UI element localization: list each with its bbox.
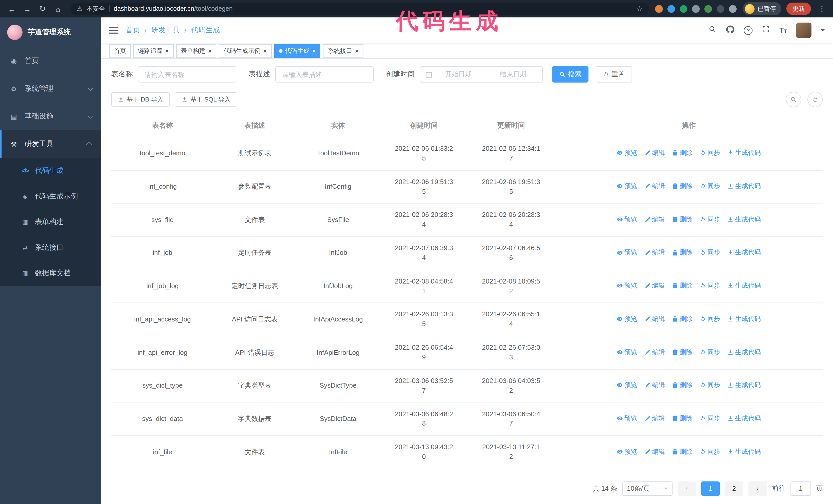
row-action-edit[interactable]: 编辑 xyxy=(644,248,665,257)
row-action-preview[interactable]: 预览 xyxy=(617,447,637,456)
row-action-delete[interactable]: 删除 xyxy=(672,215,693,224)
row-action-delete[interactable]: 删除 xyxy=(672,148,693,158)
row-action-delete[interactable]: 删除 xyxy=(672,182,693,191)
breadcrumb-item-home[interactable]: 首页 xyxy=(125,26,140,35)
extension-dark-icon[interactable] xyxy=(717,5,724,13)
row-action-edit[interactable]: 编辑 xyxy=(644,182,665,191)
row-action-generate-code[interactable]: 生成代码 xyxy=(728,414,761,423)
home-button[interactable]: ⌂ xyxy=(51,2,65,16)
row-action-edit[interactable]: 编辑 xyxy=(644,447,665,456)
back-button[interactable]: ← xyxy=(5,2,19,16)
header-search-button[interactable] xyxy=(709,25,717,35)
search-button[interactable]: 搜索 xyxy=(552,66,589,82)
sidebar-item-dev-tools[interactable]: ⚒研发工具 xyxy=(0,130,101,158)
chevron-down-icon[interactable] xyxy=(821,29,825,33)
breadcrumb-item-devtools[interactable]: 研发工具 xyxy=(151,26,180,35)
row-action-sync[interactable]: 同步 xyxy=(700,215,720,224)
row-action-sync[interactable]: 同步 xyxy=(700,447,720,456)
row-action-delete[interactable]: 删除 xyxy=(672,248,693,257)
row-action-generate-code[interactable]: 生成代码 xyxy=(728,447,761,456)
row-action-preview[interactable]: 预览 xyxy=(617,148,637,158)
row-action-sync[interactable]: 同步 xyxy=(700,281,720,290)
extension-blue-drop-icon[interactable] xyxy=(667,5,675,13)
sidebar-item-database-doc[interactable]: ▥数据库文档 xyxy=(0,261,101,286)
extension-green-box-icon[interactable] xyxy=(704,5,712,13)
tab-trace[interactable]: 链路追踪× xyxy=(133,44,173,58)
extension-green-check-icon[interactable] xyxy=(680,5,687,13)
row-action-delete[interactable]: 删除 xyxy=(672,314,693,323)
row-action-preview[interactable]: 预览 xyxy=(617,248,637,257)
row-action-generate-code[interactable]: 生成代码 xyxy=(728,148,761,158)
row-action-delete[interactable]: 删除 xyxy=(672,281,693,290)
sidebar-item-home[interactable]: ◉首页 xyxy=(0,47,101,75)
next-page-button[interactable]: › xyxy=(748,481,767,496)
row-action-edit[interactable]: 编辑 xyxy=(644,347,665,357)
row-action-sync[interactable]: 同步 xyxy=(700,380,720,390)
row-action-generate-code[interactable]: 生成代码 xyxy=(728,215,761,224)
help-button[interactable]: ? xyxy=(744,26,753,34)
update-button[interactable]: 更新 xyxy=(786,3,811,15)
page-button-1[interactable]: 1 xyxy=(701,481,720,496)
row-action-preview[interactable]: 预览 xyxy=(617,380,637,390)
row-action-preview[interactable]: 预览 xyxy=(617,215,637,224)
table-name-input[interactable] xyxy=(138,66,236,82)
row-action-sync[interactable]: 同步 xyxy=(700,314,720,323)
tab-close-icon[interactable]: × xyxy=(208,47,212,54)
import-db-button[interactable]: 基于 DB 导入 xyxy=(111,92,170,106)
import-sql-button[interactable]: 基于 SQL 导入 xyxy=(175,92,237,106)
address-bar[interactable]: ⚠ 不安全 dashboard.yudao.iocoder.cn/tool/co… xyxy=(71,2,649,15)
row-action-sync[interactable]: 同步 xyxy=(700,182,720,191)
table-desc-input[interactable] xyxy=(275,66,374,82)
hamburger-button[interactable] xyxy=(109,27,118,34)
page-button-2[interactable]: 2 xyxy=(725,481,743,496)
date-range-picker[interactable]: 开始日期 - 结束日期 xyxy=(420,66,543,82)
sidebar-item-code-generation-example[interactable]: ◈代码生成示例 xyxy=(0,184,101,209)
sidebar-item-infrastructure[interactable]: ▤基础设施 xyxy=(0,102,101,130)
row-action-preview[interactable]: 预览 xyxy=(617,347,637,357)
extension-puzzle-icon[interactable] xyxy=(729,5,737,13)
goto-page-input[interactable] xyxy=(790,481,811,496)
row-action-preview[interactable]: 预览 xyxy=(617,414,637,423)
row-action-edit[interactable]: 编辑 xyxy=(644,314,665,323)
row-action-preview[interactable]: 预览 xyxy=(617,281,637,290)
font-size-button[interactable]: TT xyxy=(780,26,787,35)
row-action-delete[interactable]: 删除 xyxy=(672,447,693,456)
toggle-search-button[interactable] xyxy=(786,92,801,107)
refresh-table-button[interactable] xyxy=(807,92,823,107)
row-action-sync[interactable]: 同步 xyxy=(700,414,720,423)
sidebar-item-system-management[interactable]: ⚙系统管理 xyxy=(0,75,101,102)
tab-system-api[interactable]: 系统接口× xyxy=(323,44,363,58)
extension-orange-icon[interactable] xyxy=(655,5,663,13)
row-action-generate-code[interactable]: 生成代码 xyxy=(728,182,761,191)
tab-codegen[interactable]: 代码生成× xyxy=(274,44,320,58)
tab-close-icon[interactable]: × xyxy=(263,47,267,54)
row-action-sync[interactable]: 同步 xyxy=(700,347,720,357)
row-action-delete[interactable]: 删除 xyxy=(672,347,693,357)
row-action-sync[interactable]: 同步 xyxy=(700,148,720,158)
tab-form-builder[interactable]: 表单构建× xyxy=(176,44,216,58)
row-action-generate-code[interactable]: 生成代码 xyxy=(728,314,761,323)
tab-codegen-example[interactable]: 代码生成示例× xyxy=(219,44,271,58)
reload-button[interactable]: ↻ xyxy=(36,2,49,16)
sidebar-item-form-builder[interactable]: ▦表单构建 xyxy=(0,209,101,235)
user-avatar[interactable] xyxy=(796,23,811,38)
row-action-generate-code[interactable]: 生成代码 xyxy=(728,347,761,357)
row-action-preview[interactable]: 预览 xyxy=(617,314,637,323)
sidebar-item-system-api[interactable]: ⇄系统接口 xyxy=(0,235,101,261)
row-action-generate-code[interactable]: 生成代码 xyxy=(728,380,761,390)
row-action-generate-code[interactable]: 生成代码 xyxy=(728,281,761,290)
forward-button[interactable]: → xyxy=(21,2,34,16)
tab-home[interactable]: 首页 xyxy=(109,44,131,58)
row-action-edit[interactable]: 编辑 xyxy=(644,215,665,224)
prev-page-button[interactable]: ‹ xyxy=(678,481,696,496)
app-logo[interactable]: 芋道管理系统 xyxy=(0,18,101,47)
sidebar-item-code-generation[interactable]: </>代码生成 xyxy=(0,158,101,184)
row-action-edit[interactable]: 编辑 xyxy=(644,380,665,390)
page-size-select[interactable]: 10条/页 xyxy=(622,481,672,496)
row-action-sync[interactable]: 同步 xyxy=(700,248,720,257)
tab-close-icon[interactable]: × xyxy=(355,47,359,54)
fullscreen-button[interactable] xyxy=(762,25,770,35)
row-action-generate-code[interactable]: 生成代码 xyxy=(728,248,761,257)
row-action-edit[interactable]: 编辑 xyxy=(644,148,665,158)
row-action-edit[interactable]: 编辑 xyxy=(644,414,665,423)
